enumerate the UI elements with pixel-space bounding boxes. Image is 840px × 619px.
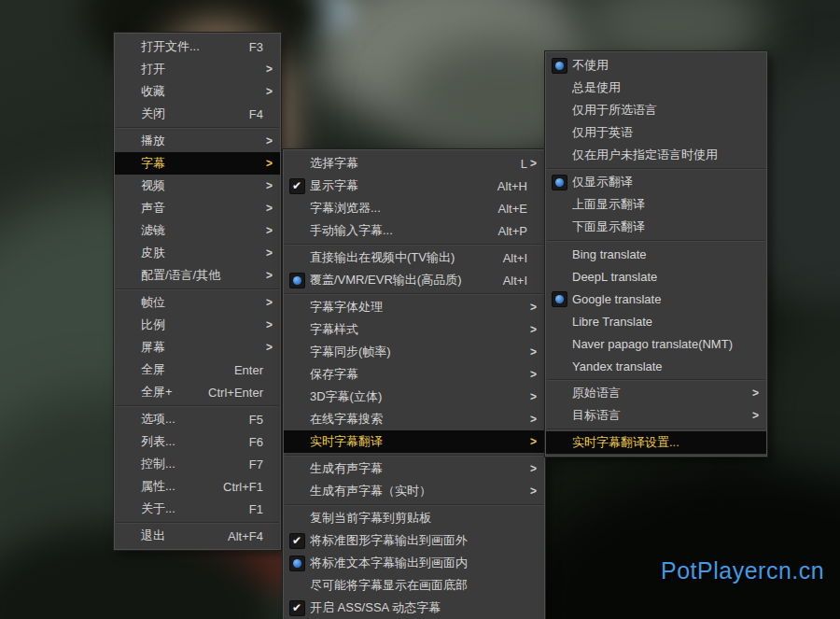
menu-item[interactable]: 关闭F4 (115, 103, 280, 125)
menu-item[interactable]: 手动输入字幕...Alt+P (284, 219, 544, 242)
menu-item[interactable]: Google translate (546, 288, 766, 310)
menu-item[interactable]: 控制...F7 (115, 453, 280, 475)
menu-item[interactable]: 全屏+Ctrl+Enter (115, 381, 280, 403)
menu-item[interactable]: 在线字幕搜索> (284, 408, 544, 430)
menu-item[interactable]: 字幕字体处理> (284, 296, 544, 318)
menu-item[interactable]: 屏幕> (115, 336, 280, 359)
submenu-arrow-icon: > (266, 63, 280, 76)
menu-item[interactable]: 列表...F6 (115, 430, 280, 453)
menu-item[interactable]: 仅在用户未指定语言时使用 (546, 144, 766, 166)
menu-item[interactable]: 仅用于所选语言 (546, 99, 766, 121)
menu-item[interactable]: 仅用于英语 (546, 121, 766, 144)
submenu-arrow-icon: > (530, 462, 544, 475)
menu-item[interactable]: Yandex translate (546, 355, 766, 377)
menu-item[interactable]: 滤镜> (115, 219, 280, 242)
menu-separator (116, 288, 279, 290)
menu-item[interactable]: 直接输出在视频中(TV输出)Alt+I (284, 246, 544, 269)
menu-item[interactable]: 3D字幕(立体)> (284, 386, 544, 408)
menu-item[interactable]: 实时字幕翻译> (284, 430, 544, 453)
menu-item[interactable]: ✔将标准图形字幕输出到画面外 (284, 529, 544, 552)
menu-item-label: 字幕同步(帧率) (310, 344, 530, 360)
menu-item[interactable]: 全屏Enter (115, 359, 280, 381)
menu-item[interactable]: 字幕浏览器...Alt+E (284, 197, 544, 219)
submenu-arrow-icon: > (530, 435, 544, 448)
menu-separator (116, 522, 279, 524)
menu-item[interactable]: 总是使用 (546, 77, 766, 99)
menu-item[interactable]: 声音> (115, 197, 280, 219)
submenu-arrow-icon: > (530, 368, 544, 381)
menu-item-label: 皮肤 (141, 245, 266, 261)
submenu-arrow-icon: > (266, 296, 280, 309)
menu-item[interactable]: 复制当前字幕到剪贴板 (284, 507, 544, 529)
menu-item-label: 关于... (141, 500, 249, 517)
menu-item[interactable]: 字幕> (115, 152, 280, 175)
menu-item[interactable]: 覆盖/VMR/EVR输出(高品质)Alt+I (284, 269, 544, 291)
menu-item[interactable]: Libre Translate (546, 310, 766, 332)
menu-item-label: 将标准图形字幕输出到画面外 (310, 532, 530, 549)
menu-item-label: 3D字幕(立体) (310, 388, 530, 405)
menu-item[interactable]: ✔开启 ASS/SSA 动态字幕 (284, 597, 544, 619)
menu-item[interactable]: 仅显示翻译 (546, 171, 766, 193)
menu-item[interactable]: 字幕同步(帧率)> (284, 341, 544, 363)
shortcut-label: Enter (234, 363, 263, 377)
menu-item-label: 全屏 (141, 361, 234, 378)
menu-item[interactable]: 原始语言> (546, 382, 766, 404)
menu-item[interactable]: 打开> (115, 58, 280, 80)
menu-item-label: 不使用 (572, 57, 752, 74)
menu-item-label: 手动输入字幕... (310, 222, 498, 239)
menu-item[interactable]: 配置/语言/其他> (115, 264, 280, 287)
menu-item-label: 将标准文本字幕输出到画面内 (310, 555, 530, 571)
menu-item[interactable]: 上面显示翻译 (546, 193, 766, 216)
check-icon: ✔ (284, 178, 310, 194)
shortcut-label: Ctrl+F1 (223, 480, 263, 494)
menu-item-label: 原始语言 (572, 385, 752, 401)
menu-item[interactable]: 将标准文本字幕输出到画面内 (284, 552, 544, 574)
menu-item[interactable]: 帧位> (115, 291, 280, 314)
menu-item[interactable]: 比例> (115, 314, 280, 336)
menu-item[interactable]: DeepL translate (546, 265, 766, 288)
menu-item[interactable]: 退出Alt+F4 (115, 525, 280, 547)
menu-item-label: 打开文件... (141, 38, 249, 55)
menu-item[interactable]: 尽可能将字幕显示在画面底部 (284, 574, 544, 597)
menu-item[interactable]: 选项...F5 (115, 408, 280, 430)
shortcut-label: Ctrl+Enter (208, 386, 263, 400)
menu-item[interactable]: 不使用 (546, 54, 766, 77)
menu-item-label: 配置/语言/其他 (141, 267, 266, 284)
menu-item[interactable]: Bing translate (546, 243, 766, 265)
shortcut-label: Alt+I (503, 274, 527, 288)
menu-item-label: 全屏+ (141, 384, 208, 401)
menu-item[interactable]: 播放> (115, 130, 280, 152)
menu-item[interactable]: 视频> (115, 175, 280, 197)
menu-item[interactable]: 属性...Ctrl+F1 (115, 475, 280, 498)
menu-item-label: 列表... (141, 433, 249, 450)
menu-item[interactable]: 选择字幕L> (284, 152, 544, 175)
submenu-arrow-icon: > (266, 224, 280, 237)
menu-item[interactable]: 保存字幕> (284, 363, 544, 386)
menu-item[interactable]: 生成有声字幕（实时）> (284, 480, 544, 502)
shortcut-label: Alt+I (503, 251, 527, 265)
menu-item[interactable]: Naver papago translate(NMT) (546, 332, 766, 355)
menu-item-label: 仅用于所选语言 (572, 102, 752, 119)
menu-item-label: Yandex translate (572, 359, 752, 373)
menu-item[interactable]: 收藏> (115, 80, 280, 103)
menu-item[interactable]: 皮肤> (115, 242, 280, 264)
menu-item[interactable]: 下面显示翻译 (546, 216, 766, 238)
menu-item[interactable]: 打开文件...F3 (115, 35, 280, 58)
submenu-arrow-icon: > (530, 413, 544, 426)
menu-item-label: 选择字幕 (310, 155, 521, 172)
radio-icon (546, 58, 572, 74)
menu-item-label: 复制当前字幕到剪贴板 (310, 510, 530, 527)
menu-item-label: 打开 (141, 61, 266, 77)
menu-item[interactable]: 字幕样式> (284, 318, 544, 341)
shortcut-label: Alt+H (497, 179, 527, 193)
menu-item[interactable]: 目标语言> (546, 404, 766, 427)
menu-item-label: 收藏 (141, 83, 266, 100)
menu-item[interactable]: 生成有声字幕> (284, 457, 544, 480)
menu-item[interactable]: ✔显示字幕Alt+H (284, 175, 544, 197)
shortcut-label: F1 (249, 502, 263, 516)
submenu-arrow-icon: > (266, 269, 280, 282)
menu-item-label: 选项... (141, 411, 249, 428)
menu-item[interactable]: 实时字幕翻译设置... (546, 431, 766, 454)
shortcut-label: F3 (249, 40, 263, 54)
menu-item[interactable]: 关于...F1 (115, 498, 280, 520)
